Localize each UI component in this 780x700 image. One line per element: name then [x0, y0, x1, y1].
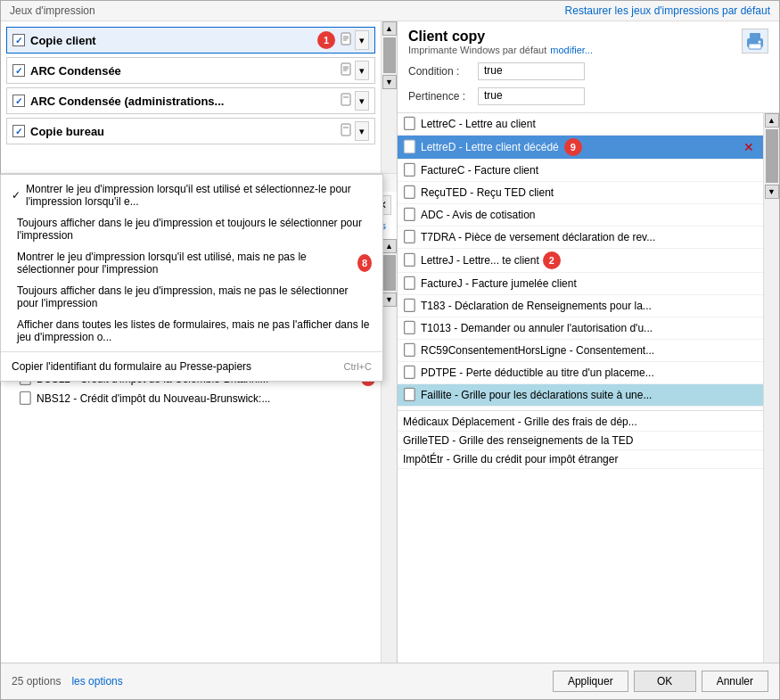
right-form-grilleted[interactable]: GrilleTED - Grille des renseignements de…: [398, 432, 763, 450]
print-set-item-2[interactable]: ARC Condensée ▾: [6, 57, 375, 84]
svg-rect-29: [405, 253, 415, 266]
right-form-faillite[interactable]: Faillite - Grille pour les déclarations …: [398, 384, 763, 407]
print-set-name-2: ARC Condensée: [30, 64, 335, 78]
right-form-lettrec[interactable]: LettreC - Lettre au client: [398, 113, 763, 136]
pertinence-value: true: [478, 87, 585, 105]
right-form-recuted[interactable]: ReçuTED - Reçu TED client: [398, 182, 763, 204]
doc-icon-nbs12: [19, 391, 33, 407]
forms-tree-wrapper: IDENTIFICATION Info - Renseignements per…: [1, 239, 397, 663]
badge-9: 9: [564, 138, 582, 156]
set-dropdown-btn-4[interactable]: ▾: [355, 121, 369, 141]
set-dropdown-btn-2[interactable]: ▾: [355, 61, 369, 80]
condition-value: true: [478, 62, 585, 80]
checkbox-copie-client[interactable]: [12, 34, 25, 46]
set-dropdown-btn-1[interactable]: ▾: [355, 30, 369, 50]
forms-tree-inner: IDENTIFICATION Info - Renseignements per…: [1, 239, 381, 663]
doc-icon-facturec: [403, 162, 417, 178]
tree-item-text-nbs12: NBS12 - Crédit d'impôt du Nouveau-Brunsw…: [37, 392, 375, 405]
doc-icon-adc: [403, 207, 417, 223]
right-form-rc59[interactable]: RC59ConsentementHorsLigne - Consentement…: [398, 340, 763, 362]
print-set-item-4[interactable]: Copie bureau ▾: [6, 118, 375, 144]
scroll-up-arrow[interactable]: ▲: [382, 21, 397, 36]
pertinence-label: Pertinence :: [408, 90, 471, 103]
tree-item-nbs12[interactable]: NBS12 - Crédit d'impôt du Nouveau-Brunsw…: [1, 389, 381, 408]
svg-rect-33: [405, 343, 415, 356]
right-form-t7dra[interactable]: T7DRA - Pièce de versement déclaration d…: [398, 226, 763, 249]
right-form-impoTetr[interactable]: ImpôtÉtr - Grille du crédit pour impôt é…: [398, 450, 763, 469]
right-scroll-thumb[interactable]: [766, 129, 778, 183]
right-scroll-up[interactable]: ▲: [765, 113, 779, 128]
print-sets-scrollbar: ▲ ▼: [381, 21, 397, 173]
ok-btn[interactable]: OK: [634, 671, 696, 692]
right-form-medicaux[interactable]: Médicaux Déplacement - Grille des frais …: [398, 413, 763, 432]
bottom-buttons: Appliquer OK Annuler: [553, 671, 768, 692]
scroll-thumb[interactable]: [383, 37, 396, 73]
svg-rect-35: [405, 388, 415, 400]
right-form-t183[interactable]: T183 - Déclaration de Renseignements pou…: [398, 295, 763, 317]
context-menu-item-3[interactable]: Montrer le jeu d'impression lorsqu'il es…: [1, 246, 381, 280]
right-panel: Client copy Imprimante Windows par défau…: [398, 21, 779, 663]
conditions-row: Condition : true: [398, 59, 779, 84]
right-form-pdtpe[interactable]: PDTPE - Perte déductible au titre d'un p…: [398, 362, 763, 384]
printer-icon: [745, 32, 765, 50]
top-bar: Jeux d'impression Restaurer les jeux d'i…: [1, 1, 779, 21]
restore-defaults-link[interactable]: Restaurer les jeux d'impressions par déf…: [565, 4, 770, 17]
printer-info: Imprimante Windows par défaut modifier..…: [408, 45, 593, 55]
right-form-facturec[interactable]: FactureC - Facture client: [398, 160, 763, 182]
main-content: Copie client 1 ▾ ARC Condensée: [1, 21, 779, 663]
tree-scroll-up[interactable]: ▲: [382, 239, 397, 253]
doc-icon-t183: [403, 298, 417, 314]
context-menu-item-5[interactable]: Afficher dans toutes les listes de formu…: [1, 314, 381, 348]
print-set-item-1[interactable]: Copie client 1 ▾: [6, 27, 375, 54]
context-menu: Montrer le jeu d'impression lorsqu'il es…: [1, 239, 381, 382]
context-menu-item-2[interactable]: Toujours afficher dans le jeu d'impressi…: [1, 239, 381, 246]
tree-scroll-thumb[interactable]: [383, 255, 396, 291]
svg-rect-8: [341, 94, 350, 105]
checkbox-arc1[interactable]: [12, 64, 25, 77]
print-set-name-3: ARC Condensée (administrations...: [30, 95, 335, 108]
scroll-down-arrow[interactable]: ▼: [382, 75, 397, 89]
svg-point-22: [759, 41, 761, 44]
doc-icon-lettered: [403, 139, 417, 155]
doc-icon-faillite: [403, 387, 417, 403]
svg-rect-24: [405, 140, 415, 152]
remove-lettered-btn[interactable]: ✕: [740, 140, 758, 154]
doc-icon-pdtpe: [403, 365, 417, 381]
doc-icon-set2: [341, 62, 353, 79]
apply-btn[interactable]: Appliquer: [553, 671, 628, 692]
svg-rect-34: [405, 366, 415, 378]
options-link[interactable]: les options: [71, 675, 122, 688]
doc-icon-t1013: [403, 320, 417, 336]
context-menu-item-4[interactable]: Toujours afficher dans le jeu d'impressi…: [1, 280, 381, 314]
context-menu-copy-item[interactable]: Copier l'identifiant du formulaire au Pr…: [1, 356, 381, 377]
right-forms-list: LettreC - Lettre au client LettreD - Let…: [398, 112, 779, 663]
svg-rect-10: [341, 124, 350, 136]
bottom-left: 25 options les options: [12, 675, 123, 688]
svg-rect-23: [405, 117, 415, 129]
bottom-bar: 25 options les options Appliquer OK Annu…: [1, 663, 779, 699]
right-scroll-down[interactable]: ▼: [765, 185, 779, 199]
doc-icon-t7dra: [403, 229, 417, 245]
right-form-lettrej[interactable]: LettreJ - Lettre... te client 2: [398, 249, 763, 273]
checkbox-arc2[interactable]: [12, 95, 25, 107]
printer-icon-box[interactable]: [742, 29, 768, 54]
modify-printer-link[interactable]: modifier...: [550, 45, 593, 55]
badge-2-right: 2: [543, 251, 561, 269]
left-panel: Copie client 1 ▾ ARC Condensée: [1, 21, 398, 663]
doc-icon-facturej: [403, 276, 417, 292]
right-form-lettered[interactable]: LettreD - Lettre client décédé 9 ✕: [398, 136, 763, 160]
print-set-name-1: Copie client: [30, 34, 317, 47]
right-form-adc[interactable]: ADC - Avis de cotisation: [398, 204, 763, 226]
right-panel-scrollbar: ▲ ▼: [763, 113, 779, 663]
print-sets-section: Copie client 1 ▾ ARC Condensée: [1, 21, 397, 173]
pertinence-row: Pertinence : true: [398, 84, 779, 109]
set-dropdown-btn-3[interactable]: ▾: [355, 91, 369, 111]
doc-icon-set1: [341, 32, 353, 49]
right-form-t1013[interactable]: T1013 - Demander ou annuler l'autorisati…: [398, 317, 763, 340]
tree-scroll-down[interactable]: ▼: [382, 292, 397, 307]
right-forms-inner: LettreC - Lettre au client LettreD - Let…: [398, 113, 763, 663]
right-form-facturej[interactable]: FactureJ - Facture jumelée client: [398, 273, 763, 295]
print-set-item-3[interactable]: ARC Condensée (administrations... ▾: [6, 87, 375, 114]
checkbox-copie-bureau[interactable]: [12, 125, 25, 137]
cancel-btn[interactable]: Annuler: [702, 671, 768, 692]
